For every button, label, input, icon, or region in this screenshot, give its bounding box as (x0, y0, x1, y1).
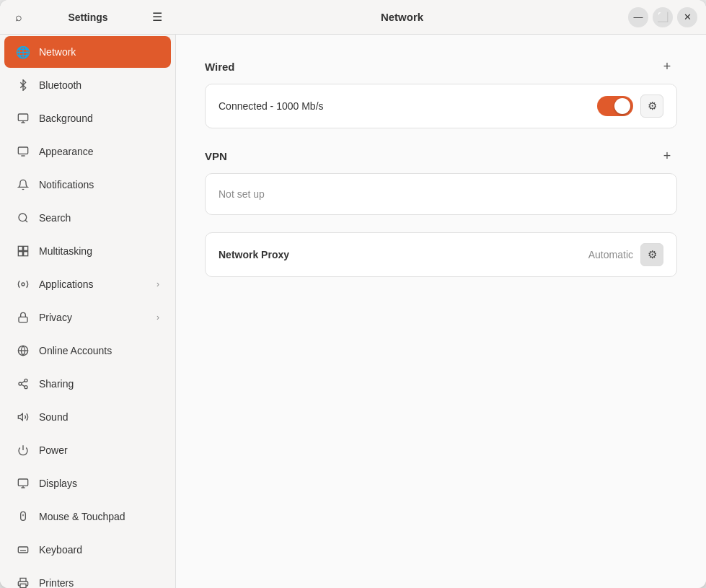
svg-point-17 (25, 386, 27, 389)
sidebar-label-appearance: Appearance (39, 146, 159, 157)
titlebar: ⌕ Settings ☰ Network — ⬜ ✕ (0, 0, 706, 35)
wired-connection-row: Connected - 1000 Mb/s ⚙ (206, 84, 676, 128)
privacy-chevron-icon: › (156, 312, 159, 322)
search-button[interactable]: ⌕ (7, 6, 30, 29)
maximize-button[interactable]: ⬜ (653, 7, 673, 27)
main-content: Wired + Connected - 1000 Mb/s (176, 35, 706, 588)
wired-connection-label: Connected - 1000 Mb/s (219, 100, 597, 112)
body: 🌐 Network Bluetooth Background (0, 35, 706, 588)
sidebar-label-notifications: Notifications (39, 179, 159, 190)
sidebar-label-keyboard: Keyboard (39, 544, 159, 556)
sidebar-item-bluetooth[interactable]: Bluetooth (4, 69, 171, 101)
app-window: ⌕ Settings ☰ Network — ⬜ ✕ (0, 0, 706, 588)
sidebar-item-sound[interactable]: Sound (4, 401, 171, 433)
minimize-icon: — (634, 12, 643, 22)
search-icon: ⌕ (15, 11, 22, 24)
sidebar-label-printers: Printers (39, 577, 159, 588)
maximize-icon: ⬜ (657, 12, 669, 22)
svg-point-11 (22, 283, 25, 286)
wired-add-button[interactable]: + (657, 56, 677, 76)
applications-chevron-icon: › (156, 279, 159, 289)
vpn-card: Not set up (205, 173, 677, 215)
svg-line-19 (22, 381, 25, 383)
sidebar-item-network[interactable]: 🌐 Network (4, 36, 171, 68)
vpn-section-title: VPN (205, 150, 227, 162)
sidebar-item-privacy[interactable]: Privacy › (4, 302, 171, 333)
sidebar-item-keyboard[interactable]: Keyboard (4, 534, 171, 566)
sidebar-item-search[interactable]: Search (4, 202, 171, 234)
svg-rect-7 (18, 246, 22, 250)
sidebar-label-displays: Displays (39, 478, 159, 489)
sidebar: 🌐 Network Bluetooth Background (0, 35, 176, 588)
sidebar-item-power[interactable]: Power (4, 434, 171, 466)
proxy-gear-icon: ⚙ (648, 248, 657, 261)
svg-point-15 (25, 379, 27, 382)
bluetooth-icon (16, 78, 30, 92)
svg-rect-12 (19, 317, 27, 322)
multitasking-icon (16, 244, 30, 258)
proxy-label: Network Proxy (219, 249, 588, 260)
sidebar-label-applications: Applications (39, 278, 148, 290)
svg-marker-20 (18, 413, 22, 420)
applications-icon (16, 277, 30, 291)
svg-line-18 (22, 385, 25, 387)
sidebar-item-multitasking[interactable]: Multitasking (4, 235, 171, 267)
sidebar-label-network: Network (39, 46, 159, 58)
titlebar-center: Network (176, 11, 628, 23)
sidebar-label-power: Power (39, 444, 159, 456)
sidebar-label-privacy: Privacy (39, 312, 148, 323)
svg-rect-8 (24, 246, 28, 250)
background-icon (16, 111, 30, 126)
mouse-icon (16, 509, 30, 524)
menu-icon: ☰ (152, 10, 162, 24)
svg-line-6 (25, 220, 27, 222)
close-icon: ✕ (684, 12, 692, 22)
svg-rect-22 (18, 479, 27, 486)
wired-settings-button[interactable]: ⚙ (640, 95, 663, 118)
sidebar-item-applications[interactable]: Applications › (4, 268, 171, 300)
wired-gear-icon: ⚙ (648, 100, 657, 113)
titlebar-right: — ⬜ ✕ (628, 7, 706, 27)
sidebar-item-background[interactable]: Background (4, 102, 171, 134)
sidebar-item-sharing[interactable]: Sharing (4, 368, 171, 400)
vpn-plus-icon: + (663, 149, 671, 164)
svg-rect-9 (18, 252, 22, 256)
proxy-settings-button[interactable]: ⚙ (640, 243, 663, 266)
sidebar-item-mouse-touchpad[interactable]: Mouse & Touchpad (4, 501, 171, 532)
privacy-icon (16, 310, 30, 325)
svg-rect-3 (18, 147, 27, 154)
page-title: Network (381, 11, 423, 23)
sidebar-item-notifications[interactable]: Notifications (4, 169, 171, 201)
sidebar-item-printers[interactable]: Printers (4, 567, 171, 588)
proxy-value: Automatic (588, 249, 633, 260)
vpn-status-label: Not set up (219, 188, 265, 200)
svg-rect-33 (20, 584, 26, 587)
notifications-icon (16, 177, 30, 192)
wired-toggle[interactable] (597, 96, 633, 116)
close-button[interactable]: ✕ (677, 7, 697, 27)
wired-section-title: Wired (205, 61, 235, 73)
wired-toggle-track[interactable] (597, 96, 633, 116)
svg-rect-0 (18, 114, 27, 120)
online-accounts-icon (16, 343, 30, 358)
svg-point-16 (19, 382, 22, 385)
svg-point-5 (19, 214, 27, 221)
printers-icon (16, 576, 30, 588)
vpn-add-button[interactable]: + (657, 146, 677, 166)
sidebar-label-background: Background (39, 113, 159, 124)
plus-icon: + (663, 59, 671, 74)
wired-section-header: Wired + (205, 56, 677, 76)
network-icon: 🌐 (16, 45, 30, 59)
sidebar-label-bluetooth: Bluetooth (39, 79, 159, 91)
sidebar-item-displays[interactable]: Displays (4, 468, 171, 499)
wired-card: Connected - 1000 Mb/s ⚙ (205, 84, 677, 128)
sidebar-item-online-accounts[interactable]: Online Accounts (4, 335, 171, 367)
proxy-section: Network Proxy Automatic ⚙ (205, 232, 677, 277)
sidebar-label-sound: Sound (39, 411, 159, 423)
menu-button[interactable]: ☰ (146, 6, 169, 29)
sidebar-item-appearance[interactable]: Appearance (4, 136, 171, 167)
svg-rect-10 (24, 252, 28, 256)
sidebar-label-mouse-touchpad: Mouse & Touchpad (39, 511, 159, 522)
minimize-button[interactable]: — (628, 7, 648, 27)
sidebar-label-online-accounts: Online Accounts (39, 345, 159, 356)
